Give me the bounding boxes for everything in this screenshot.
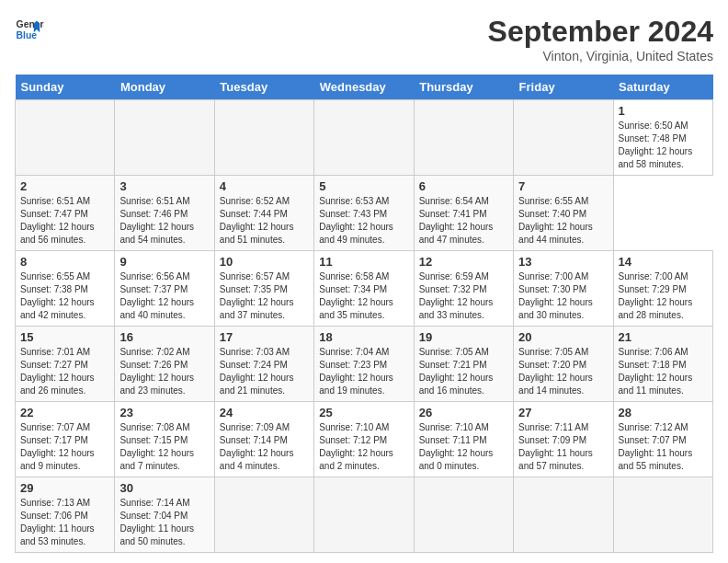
col-header-tuesday: Tuesday bbox=[214, 75, 313, 100]
day-number: 10 bbox=[220, 255, 309, 269]
day-info: Sunrise: 6:59 AMSunset: 7:32 PMDaylight:… bbox=[419, 271, 494, 320]
day-cell-29: 29Sunrise: 7:13 AMSunset: 7:06 PMDayligh… bbox=[16, 477, 115, 553]
day-info: Sunrise: 7:07 AMSunset: 7:17 PMDaylight:… bbox=[20, 422, 95, 471]
empty-cell bbox=[514, 100, 613, 176]
day-cell-15: 15Sunrise: 7:01 AMSunset: 7:27 PMDayligh… bbox=[16, 327, 115, 402]
day-cell-27: 27Sunrise: 7:11 AMSunset: 7:09 PMDayligh… bbox=[514, 402, 613, 477]
day-number: 14 bbox=[619, 255, 708, 269]
col-header-thursday: Thursday bbox=[414, 75, 513, 100]
day-info: Sunrise: 7:14 AMSunset: 7:04 PMDaylight:… bbox=[119, 498, 194, 546]
day-cell-8: 8Sunrise: 6:55 AMSunset: 7:38 PMDaylight… bbox=[16, 251, 115, 327]
day-cell-1: 1Sunrise: 6:50 AMSunset: 7:48 PMDaylight… bbox=[613, 100, 712, 176]
day-number: 27 bbox=[518, 406, 608, 419]
logo-icon: General Blue bbox=[15, 15, 44, 44]
day-cell-21: 21Sunrise: 7:06 AMSunset: 7:18 PMDayligh… bbox=[613, 327, 712, 402]
empty-cell bbox=[514, 477, 613, 553]
day-number: 4 bbox=[220, 179, 309, 193]
day-cell-10: 10Sunrise: 6:57 AMSunset: 7:35 PMDayligh… bbox=[214, 251, 313, 327]
day-number: 1 bbox=[619, 104, 708, 118]
day-cell-2: 2Sunrise: 6:51 AMSunset: 7:47 PMDaylight… bbox=[16, 176, 115, 251]
title-area: September 2024 Vinton, Virginia, United … bbox=[488, 15, 713, 63]
day-info: Sunrise: 6:58 AMSunset: 7:34 PMDaylight:… bbox=[319, 271, 393, 320]
logo: General Blue bbox=[15, 15, 44, 44]
week-row-1: 1Sunrise: 6:50 AMSunset: 7:48 PMDaylight… bbox=[16, 100, 713, 176]
col-header-sunday: Sunday bbox=[16, 75, 115, 100]
empty-cell bbox=[414, 100, 513, 176]
day-cell-13: 13Sunrise: 7:00 AMSunset: 7:30 PMDayligh… bbox=[514, 251, 613, 327]
empty-cell bbox=[214, 100, 313, 176]
day-number: 24 bbox=[220, 406, 309, 419]
col-header-wednesday: Wednesday bbox=[314, 75, 414, 100]
day-number: 19 bbox=[419, 330, 508, 344]
day-number: 7 bbox=[518, 179, 608, 193]
day-info: Sunrise: 7:02 AMSunset: 7:26 PMDaylight:… bbox=[119, 347, 194, 396]
day-info: Sunrise: 7:10 AMSunset: 7:11 PMDaylight:… bbox=[419, 422, 494, 471]
empty-cell bbox=[613, 477, 712, 553]
day-info: Sunrise: 7:08 AMSunset: 7:15 PMDaylight:… bbox=[119, 422, 194, 471]
day-cell-25: 25Sunrise: 7:10 AMSunset: 7:12 PMDayligh… bbox=[314, 402, 414, 477]
day-number: 30 bbox=[119, 481, 209, 495]
day-info: Sunrise: 7:00 AMSunset: 7:29 PMDaylight:… bbox=[619, 271, 693, 320]
day-info: Sunrise: 7:11 AMSunset: 7:09 PMDaylight:… bbox=[518, 422, 593, 471]
day-cell-3: 3Sunrise: 6:51 AMSunset: 7:46 PMDaylight… bbox=[115, 176, 214, 251]
day-cell-20: 20Sunrise: 7:05 AMSunset: 7:20 PMDayligh… bbox=[514, 327, 613, 402]
day-info: Sunrise: 6:51 AMSunset: 7:47 PMDaylight:… bbox=[20, 196, 95, 245]
week-row-3: 8Sunrise: 6:55 AMSunset: 7:38 PMDaylight… bbox=[16, 251, 713, 327]
day-number: 28 bbox=[619, 406, 708, 419]
day-cell-28: 28Sunrise: 7:12 AMSunset: 7:07 PMDayligh… bbox=[613, 402, 712, 477]
empty-cell bbox=[414, 477, 513, 553]
day-info: Sunrise: 6:54 AMSunset: 7:41 PMDaylight:… bbox=[419, 196, 494, 245]
day-info: Sunrise: 7:05 AMSunset: 7:21 PMDaylight:… bbox=[419, 347, 494, 396]
day-info: Sunrise: 7:01 AMSunset: 7:27 PMDaylight:… bbox=[20, 347, 95, 396]
col-header-saturday: Saturday bbox=[613, 75, 712, 100]
day-number: 25 bbox=[319, 406, 408, 419]
svg-text:General: General bbox=[17, 19, 44, 29]
calendar-table: SundayMondayTuesdayWednesdayThursdayFrid… bbox=[15, 75, 713, 553]
day-info: Sunrise: 6:52 AMSunset: 7:44 PMDaylight:… bbox=[220, 196, 294, 245]
day-cell-14: 14Sunrise: 7:00 AMSunset: 7:29 PMDayligh… bbox=[613, 251, 712, 327]
day-number: 16 bbox=[119, 330, 209, 344]
day-number: 3 bbox=[119, 179, 209, 193]
col-header-friday: Friday bbox=[514, 75, 613, 100]
day-info: Sunrise: 7:03 AMSunset: 7:24 PMDaylight:… bbox=[220, 347, 294, 396]
day-info: Sunrise: 7:13 AMSunset: 7:06 PMDaylight:… bbox=[20, 498, 95, 546]
day-cell-7: 7Sunrise: 6:55 AMSunset: 7:40 PMDaylight… bbox=[514, 176, 613, 251]
day-number: 2 bbox=[20, 179, 109, 193]
day-number: 26 bbox=[419, 406, 508, 419]
day-cell-22: 22Sunrise: 7:07 AMSunset: 7:17 PMDayligh… bbox=[16, 402, 115, 477]
header: General Blue September 2024 Vinton, Virg… bbox=[15, 15, 713, 63]
col-header-monday: Monday bbox=[115, 75, 214, 100]
day-number: 5 bbox=[319, 179, 408, 193]
week-row-6: 29Sunrise: 7:13 AMSunset: 7:06 PMDayligh… bbox=[16, 477, 713, 553]
day-cell-4: 4Sunrise: 6:52 AMSunset: 7:44 PMDaylight… bbox=[214, 176, 313, 251]
day-number: 23 bbox=[119, 406, 209, 419]
day-number: 29 bbox=[20, 481, 109, 495]
header-row: SundayMondayTuesdayWednesdayThursdayFrid… bbox=[16, 75, 713, 100]
day-number: 11 bbox=[319, 255, 408, 269]
day-info: Sunrise: 6:55 AMSunset: 7:40 PMDaylight:… bbox=[518, 196, 593, 245]
day-cell-12: 12Sunrise: 6:59 AMSunset: 7:32 PMDayligh… bbox=[414, 251, 513, 327]
day-number: 12 bbox=[419, 255, 508, 269]
day-cell-26: 26Sunrise: 7:10 AMSunset: 7:11 PMDayligh… bbox=[414, 402, 513, 477]
week-row-2: 2Sunrise: 6:51 AMSunset: 7:47 PMDaylight… bbox=[16, 176, 713, 251]
day-number: 13 bbox=[518, 255, 608, 269]
day-info: Sunrise: 6:50 AMSunset: 7:48 PMDaylight:… bbox=[619, 121, 693, 169]
empty-cell bbox=[115, 100, 214, 176]
day-info: Sunrise: 6:55 AMSunset: 7:38 PMDaylight:… bbox=[20, 271, 95, 320]
main-title: September 2024 bbox=[488, 15, 713, 49]
day-number: 18 bbox=[319, 330, 408, 344]
day-info: Sunrise: 6:57 AMSunset: 7:35 PMDaylight:… bbox=[220, 271, 294, 320]
empty-cell bbox=[16, 100, 115, 176]
week-row-4: 15Sunrise: 7:01 AMSunset: 7:27 PMDayligh… bbox=[16, 327, 713, 402]
day-info: Sunrise: 7:06 AMSunset: 7:18 PMDaylight:… bbox=[619, 347, 693, 396]
day-cell-23: 23Sunrise: 7:08 AMSunset: 7:15 PMDayligh… bbox=[115, 402, 214, 477]
empty-cell bbox=[314, 477, 414, 553]
day-number: 21 bbox=[619, 330, 708, 344]
day-number: 9 bbox=[119, 255, 209, 269]
day-info: Sunrise: 7:05 AMSunset: 7:20 PMDaylight:… bbox=[518, 347, 593, 396]
day-number: 17 bbox=[220, 330, 309, 344]
day-number: 15 bbox=[20, 330, 109, 344]
empty-cell bbox=[214, 477, 313, 553]
day-cell-24: 24Sunrise: 7:09 AMSunset: 7:14 PMDayligh… bbox=[214, 402, 313, 477]
day-cell-11: 11Sunrise: 6:58 AMSunset: 7:34 PMDayligh… bbox=[314, 251, 414, 327]
